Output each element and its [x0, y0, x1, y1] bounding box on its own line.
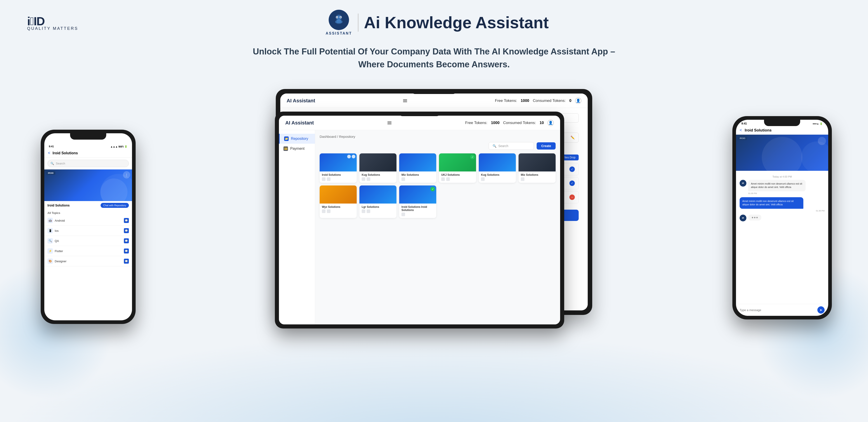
tablet-medium-brand: AI Assistant [285, 120, 314, 126]
repo-card-4[interactable]: ✓ UKJ Solutions [439, 153, 476, 183]
app-title: Ai Knowledge Assistant [364, 13, 549, 32]
assistant-badge: ASSISTANT Ai Knowledge Assistant [325, 9, 549, 36]
phone-left-android-chat[interactable]: 💬 [124, 218, 129, 223]
phone-left-search-icon: 🔍 [51, 162, 54, 165]
hamburger-menu-large[interactable] [403, 99, 407, 102]
page-header: iID QUALITY MATTERS [0, 0, 868, 36]
typing-dot-2 [754, 217, 755, 218]
phone-left-repo-name: Iroid Solutions [48, 203, 70, 207]
phone-left-search-placeholder: Search [56, 162, 65, 165]
free-tokens-label-med: Free Tokens: [465, 121, 487, 125]
chat-msg-text-left-1: Amet minim mollit non deserunt ullamco e… [751, 182, 802, 188]
phone-left-search[interactable]: 🔍 Search [48, 160, 129, 167]
repo-card-1[interactable]: Iroid Solutions [320, 153, 357, 183]
chat-bubble-right-1: Amet minim mollit non deserunt ullamco e… [740, 197, 825, 212]
phone-right-time: 9:41 [741, 122, 747, 125]
repo-card-name-2: Kug Solutions [362, 173, 394, 176]
phone-right-notch [764, 120, 800, 126]
send-button[interactable]: ➤ [817, 306, 825, 314]
phone-right-signal: ●●●▲ 🔋 [813, 122, 823, 125]
edit-icon[interactable]: ✏️ [570, 135, 575, 140]
chat-msg-text-right-1: Amet minim mollit non deserunt ullamco e… [742, 200, 794, 206]
topic-check-ios[interactable]: ✓ [569, 166, 575, 172]
phone-left-back[interactable]: < [48, 151, 51, 155]
phone-left-chat-btn[interactable]: Chat with Repository [101, 203, 129, 208]
phone-left-designer-icon: 🎨 [48, 258, 53, 264]
app-sidebar: 📁 Repository 💳 Payment [279, 130, 315, 324]
repo-card-2[interactable]: Kug Solutions [360, 153, 397, 183]
repo-card-check-9: ✓ [430, 187, 435, 191]
repo-card-7[interactable]: Wyz Solutions [320, 186, 357, 218]
repo-card-8[interactable]: Lgr Solutions [360, 186, 397, 218]
phone-left-topic-qa[interactable]: 🔍 QA 💬 [44, 236, 132, 246]
phone-left-qa-chat[interactable]: 💬 [124, 238, 129, 243]
phone-left-topic-ios[interactable]: 📱 Ios 💬 [44, 226, 132, 236]
phone-left-android-icon: 🤖 [48, 218, 53, 223]
phone-right-back[interactable]: < [740, 128, 742, 133]
repo-card-3[interactable]: Miz Solutions [399, 153, 436, 183]
header-center: ASSISTANT Ai Knowledge Assistant [325, 9, 549, 36]
create-repo-btn[interactable]: Create [537, 142, 556, 150]
consumed-tokens-label-large: Consumed Tokens: [533, 98, 565, 103]
sidebar-item-payment[interactable]: 💳 Payment [279, 144, 315, 154]
phone-left: 9:41 ▲▲▲ WiFi 🔋 < Iroid Solutions 🔍 Sear… [41, 130, 135, 324]
typing-dots [748, 215, 761, 221]
phone-left-ios-chat[interactable]: 💬 [124, 228, 129, 233]
hamburger-menu-medium[interactable] [388, 122, 392, 124]
chat-msg-time-right-1: 01:30 PM [740, 209, 825, 212]
phone-left-qa-icon: 🔍 [48, 238, 53, 244]
free-tokens-label-large: Free Tokens: [495, 98, 517, 103]
consumed-tokens-value-large: 0 [569, 98, 571, 103]
phone-right-hero-badge: IROID [738, 136, 747, 140]
repo-card-9[interactable]: ✓ Iroid Solutions Iroid Solutions [399, 186, 436, 218]
repo-card-img-5 [479, 153, 516, 171]
phone-left-topic-designer[interactable]: 🎨 Designer 💬 [44, 256, 132, 266]
svg-rect-9 [341, 22, 342, 22]
repo-card-check-4: ✓ [470, 155, 475, 159]
repo-card-img-1 [320, 153, 357, 171]
user-avatar-large[interactable]: 👤 [575, 98, 581, 104]
assistant-label: ASSISTANT [326, 31, 352, 35]
logo-subtitle: QUALITY MATTERS [27, 26, 78, 31]
phone-left-designer-chat[interactable]: 💬 [124, 259, 129, 264]
app-main-content: Dashboard / Repository 🔍 Search Create [315, 130, 560, 324]
phone-left-flutter-icon: ⚡ [48, 248, 53, 254]
sidebar-repository-label: Repository [291, 137, 308, 141]
phone-left-hero: IROID ⋮ [44, 169, 132, 201]
search-create-row: 🔍 Search Create [320, 142, 556, 150]
repo-card-name-4: UKJ Solutions [441, 173, 474, 176]
tablet-medium: AI Assistant Free Tokens: 1000 Consumed … [275, 111, 564, 328]
phone-left-designer-name: Designer [55, 260, 66, 263]
phone-left-topic-flutter[interactable]: ⚡ Flutter 💬 [44, 246, 132, 256]
repo-search-box[interactable]: 🔍 Search [489, 142, 534, 150]
phone-right-chat-area: Today at 4:00 PM IR Amet minim mollit no… [736, 171, 828, 304]
consumed-tokens-value-med: 10 [539, 121, 544, 125]
typing-dot-3 [756, 217, 758, 218]
repository-icon: 📁 [284, 136, 289, 141]
chat-message-input[interactable] [740, 309, 815, 312]
topic-check-qa[interactable]: – [569, 195, 575, 200]
devices-container: AI Assistant Free Tokens: 1000 Consumed … [0, 85, 868, 356]
tablet-large-topbar-right: Free Tokens: 1000 Consumed Tokens: 0 👤 [495, 98, 581, 104]
svg-point-6 [340, 17, 341, 18]
phone-left-topic-android[interactable]: 🤖 Android 💬 [44, 216, 132, 226]
phone-left-status-bar: 9:41 ▲▲▲ WiFi 🔋 [44, 143, 132, 149]
repo-card-name-7: Wyz Solutions [322, 205, 354, 208]
repo-card-6[interactable]: Miz Solutions [519, 153, 556, 183]
topic-check-android[interactable]: ✓ [569, 181, 575, 186]
repo-card-img-7 [320, 186, 357, 203]
phone-left-ios-icon: 📱 [48, 228, 53, 233]
repo-card-name-8: Lgr Solutions [362, 205, 394, 208]
chat-msg-left-1: Amet minim mollit non deserunt ullamco e… [748, 180, 825, 195]
user-avatar-med[interactable]: 👤 [548, 120, 554, 126]
repo-card-img-4: ✓ [439, 153, 476, 171]
phone-left-topics-list: 🤖 Android 💬 📱 Ios 💬 🔍 QA [44, 216, 132, 266]
phone-left-flutter-name: Flutter [55, 250, 63, 253]
phone-left-flutter-chat[interactable]: 💬 [124, 249, 129, 254]
repo-card-5[interactable]: Kug Solutions [479, 153, 516, 183]
phone-left-screen: 9:41 ▲▲▲ WiFi 🔋 < Iroid Solutions 🔍 Sear… [44, 133, 132, 320]
typing-indicator: IR [740, 215, 825, 221]
sidebar-item-repository[interactable]: 📁 Repository [279, 134, 315, 144]
tablet-large-topbar: AI Assistant Free Tokens: 1000 Consumed … [280, 94, 588, 108]
repo-card-img-6 [519, 153, 556, 171]
